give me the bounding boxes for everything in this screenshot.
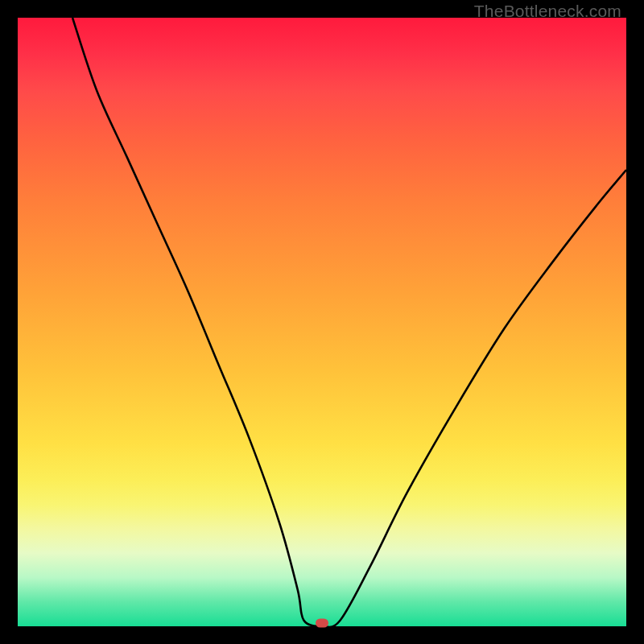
chart-container xyxy=(18,18,626,626)
bottleneck-curve xyxy=(18,18,626,626)
watermark-text: TheBottleneck.com xyxy=(474,2,621,21)
minimum-marker xyxy=(316,619,328,628)
